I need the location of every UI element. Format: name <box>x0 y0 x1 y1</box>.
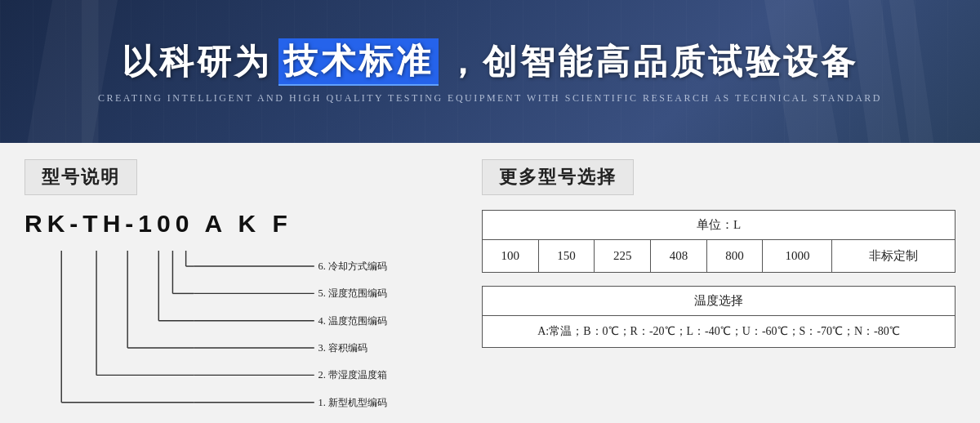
volume-100: 100 <box>483 240 539 273</box>
header-banner: 以科研为技术标准，创智能高品质试验设备 Creating Intelligent… <box>0 0 980 143</box>
right-section: 更多型号选择 单位：L 100 150 225 408 800 1000 非标定… <box>482 159 956 407</box>
volume-800: 800 <box>706 240 763 273</box>
volume-1000: 1000 <box>763 240 832 273</box>
unit-header: 单位：L <box>483 211 956 240</box>
left-section-header: 型号说明 <box>24 159 137 195</box>
diagram-area: 6. 冷却方式编码 5. 湿度范围编码 4. 温度范围编码 3. 容积编码 <box>33 251 425 414</box>
left-section: 型号说明 RK-TH-100 A K F 6. 冷却方式编码 5. 湿度范围编码 <box>24 159 449 407</box>
temp-row: A:常温；B：0℃；R：-20℃；L：-40℃；U：-60℃；S：-70℃；N：… <box>483 316 956 348</box>
volume-table: 单位：L 100 150 225 408 800 1000 非标定制 <box>482 210 956 273</box>
content-area: 型号说明 RK-TH-100 A K F 6. 冷却方式编码 5. 湿度范围编码 <box>0 143 980 423</box>
main-title-highlight: 技术标准 <box>278 38 439 86</box>
temp-header: 温度选择 <box>483 287 956 316</box>
right-section-header: 更多型号选择 <box>482 159 634 195</box>
svg-text:5. 湿度范围编码: 5. 湿度范围编码 <box>318 287 387 299</box>
svg-text:3. 容积编码: 3. 容积编码 <box>318 342 368 354</box>
svg-text:1. 新型机型编码: 1. 新型机型编码 <box>318 397 387 408</box>
subtitle: Creating Intelligent and High Quality Te… <box>98 92 882 105</box>
svg-text:4. 温度范围编码: 4. 温度范围编码 <box>318 315 387 327</box>
main-title: 以科研为技术标准，创智能高品质试验设备 <box>122 38 858 86</box>
temp-values: A:常温；B：0℃；R：-20℃；L：-40℃；U：-60℃；S：-70℃；N：… <box>483 316 956 348</box>
svg-text:6. 冷却方式编码: 6. 冷却方式编码 <box>318 260 387 272</box>
model-code: RK-TH-100 A K F <box>24 210 449 238</box>
volume-150: 150 <box>538 240 595 273</box>
volume-408: 408 <box>651 240 707 273</box>
model-diagram-svg: 6. 冷却方式编码 5. 湿度范围编码 4. 温度范围编码 3. 容积编码 <box>33 251 425 414</box>
volume-225: 225 <box>595 240 651 273</box>
main-title-part2: ，创智能高品质试验设备 <box>445 39 858 85</box>
volume-row: 100 150 225 408 800 1000 非标定制 <box>483 240 956 273</box>
svg-text:2. 带湿度温度箱: 2. 带湿度温度箱 <box>318 369 387 381</box>
volume-custom: 非标定制 <box>832 240 956 273</box>
main-title-part1: 以科研为 <box>122 39 272 85</box>
temp-table: 温度选择 A:常温；B：0℃；R：-20℃；L：-40℃；U：-60℃；S：-7… <box>482 286 956 348</box>
